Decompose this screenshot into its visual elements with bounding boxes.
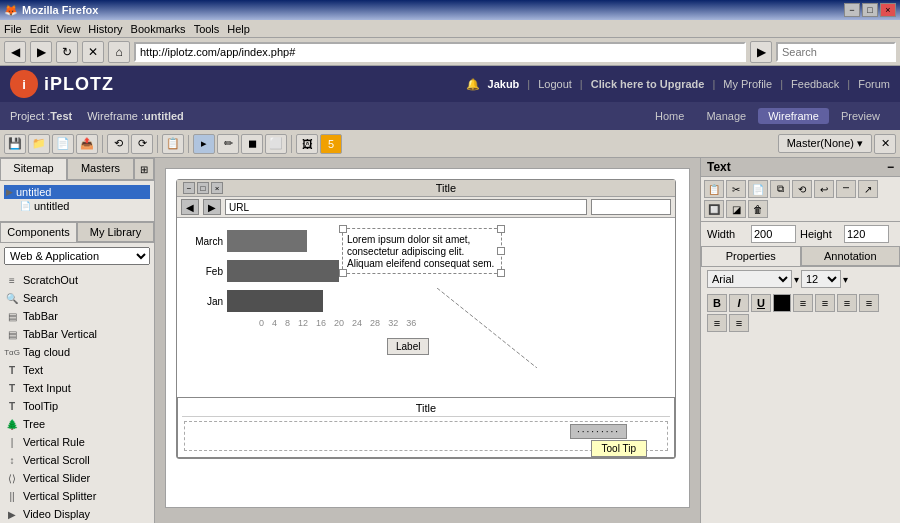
nav-manage-button[interactable]: Manage <box>696 108 756 124</box>
refresh-button[interactable]: ↻ <box>56 41 78 63</box>
props-undo-button[interactable]: ⟲ <box>792 180 812 198</box>
nav-home-button[interactable]: Home <box>645 108 694 124</box>
width-input[interactable] <box>751 225 796 243</box>
tab-properties[interactable]: Properties <box>701 246 801 266</box>
font-size-select[interactable]: 12 <box>801 270 841 288</box>
resize-handle-tr[interactable] <box>497 225 505 233</box>
url-input[interactable] <box>134 42 746 62</box>
tree-child[interactable]: 📄 untitled <box>4 199 150 213</box>
align-justify-button[interactable]: ≡ <box>859 294 879 312</box>
align-left-button[interactable]: ≡ <box>793 294 813 312</box>
nav-preview-button[interactable]: Preview <box>831 108 890 124</box>
list-item[interactable]: TαG Tag cloud <box>2 343 152 361</box>
tab-masters[interactable]: Masters <box>67 158 134 180</box>
italic-button[interactable]: I <box>729 294 749 312</box>
tab-sitemap[interactable]: Sitemap <box>0 158 67 180</box>
menu-help[interactable]: Help <box>227 23 250 35</box>
text-color-swatch[interactable] <box>773 294 791 312</box>
list-item[interactable]: ▤ TabBar Vertical <box>2 325 152 343</box>
tab-annotation[interactable]: Annotation <box>801 246 901 266</box>
browser-forward[interactable]: ▶ <box>203 199 221 215</box>
resize-handle-br[interactable] <box>497 269 505 277</box>
bold-button[interactable]: B <box>707 294 727 312</box>
new-button[interactable]: 📄 <box>52 134 74 154</box>
menu-tools[interactable]: Tools <box>194 23 220 35</box>
props-lock-button[interactable]: 🔲 <box>704 200 724 218</box>
menu-view[interactable]: View <box>57 23 81 35</box>
props-copy-button[interactable]: 📋 <box>704 180 724 198</box>
tooltip-button[interactable]: ········· <box>570 424 627 439</box>
forward-button[interactable]: ▶ <box>30 41 52 63</box>
list-item[interactable]: || Vertical Splitter <box>2 487 152 505</box>
list-item[interactable]: ⟨⟩ Vertical Slider <box>2 469 152 487</box>
list-item[interactable]: ▤ TabBar <box>2 307 152 325</box>
browser-minimize[interactable]: − <box>183 182 195 194</box>
resize-handle-bl[interactable] <box>339 269 347 277</box>
home-button[interactable]: ⌂ <box>108 41 130 63</box>
props-layer-button[interactable]: ◪ <box>726 200 746 218</box>
select-button[interactable]: ▸ <box>193 134 215 154</box>
align-right-button[interactable]: ≡ <box>837 294 857 312</box>
props-redo-button[interactable]: ↩ <box>814 180 834 198</box>
list-button[interactable]: ≡ <box>707 314 727 332</box>
browser-close[interactable]: × <box>211 182 223 194</box>
props-duplicate-button[interactable]: ⧉ <box>770 180 790 198</box>
menu-history[interactable]: History <box>88 23 122 35</box>
underline-button[interactable]: U <box>751 294 771 312</box>
open-button[interactable]: 📁 <box>28 134 50 154</box>
list-item[interactable]: T Text <box>2 361 152 379</box>
component-category-dropdown[interactable]: Web & Application <box>4 247 150 265</box>
props-paste-button[interactable]: 📄 <box>748 180 768 198</box>
search-input[interactable] <box>776 42 896 62</box>
ellipse-button[interactable]: ⬜ <box>265 134 287 154</box>
minimize-button[interactable]: − <box>844 3 860 17</box>
export-button[interactable]: 📤 <box>76 134 98 154</box>
forum-link[interactable]: Forum <box>858 78 890 90</box>
label-button[interactable]: Label <box>387 338 429 355</box>
text-content-box[interactable]: Lorem ipsum dolor sit amet, consectetur … <box>342 228 502 274</box>
go-button[interactable]: ▶ <box>750 41 772 63</box>
logout-link[interactable]: Logout <box>538 78 572 90</box>
maximize-button[interactable]: □ <box>862 3 878 17</box>
list-item[interactable]: ≡ ScratchOut <box>2 271 152 289</box>
close-button[interactable]: × <box>880 3 896 17</box>
list-item[interactable]: ↕ Vertical Scroll <box>2 451 152 469</box>
props-link-button[interactable]: ↗ <box>858 180 878 198</box>
resize-handle-tl[interactable] <box>339 225 347 233</box>
toolbar-close-button[interactable]: ✕ <box>874 134 896 154</box>
menu-edit[interactable]: Edit <box>30 23 49 35</box>
back-button[interactable]: ◀ <box>4 41 26 63</box>
save-button[interactable]: 💾 <box>4 134 26 154</box>
tree-root[interactable]: ▶ untitled <box>4 185 150 199</box>
rect-button[interactable]: ◼ <box>241 134 263 154</box>
canvas-wrapper[interactable]: − □ × Title ◀ ▶ <box>155 158 700 523</box>
props-close-button[interactable]: − <box>887 160 894 174</box>
list-item[interactable]: T Text Input <box>2 379 152 397</box>
props-cut-button[interactable]: ✂ <box>726 180 746 198</box>
tab-components[interactable]: Components <box>0 222 77 242</box>
browser-url-input[interactable] <box>225 199 587 215</box>
list-item[interactable]: T ToolTip <box>2 397 152 415</box>
my-profile-link[interactable]: My Profile <box>723 78 772 90</box>
nav-wireframe-button[interactable]: Wireframe <box>758 108 829 124</box>
copy-button[interactable]: 📋 <box>162 134 184 154</box>
props-delete-button[interactable]: 🗑 <box>748 200 768 218</box>
badge-button[interactable]: 5 <box>320 134 342 154</box>
indent-button[interactable]: ≡ <box>729 314 749 332</box>
stop-button[interactable]: ✕ <box>82 41 104 63</box>
list-item[interactable]: 🌲 Tree <box>2 415 152 433</box>
pencil-button[interactable]: ✏ <box>217 134 239 154</box>
list-item[interactable]: 🔍 Search <box>2 289 152 307</box>
redo-button[interactable]: ⟳ <box>131 134 153 154</box>
image-button[interactable]: 🖼 <box>296 134 318 154</box>
menu-file[interactable]: File <box>4 23 22 35</box>
font-family-select[interactable]: Arial <box>707 270 792 288</box>
upgrade-link[interactable]: Click here to Upgrade <box>591 78 705 90</box>
tab-my-library[interactable]: My Library <box>77 222 154 242</box>
props-move-button[interactable]: ⎻ <box>836 180 856 198</box>
height-input[interactable] <box>844 225 889 243</box>
feedback-link[interactable]: Feedback <box>791 78 839 90</box>
menu-bookmarks[interactable]: Bookmarks <box>131 23 186 35</box>
list-item[interactable]: ▶ Video Display <box>2 505 152 523</box>
list-item[interactable]: | Vertical Rule <box>2 433 152 451</box>
